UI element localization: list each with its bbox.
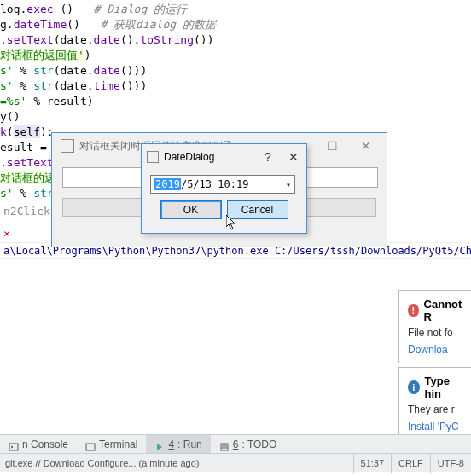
tab-terminal[interactable]: Terminal — [77, 435, 146, 454]
status-message: git.exe // Download Configure... (a minu… — [0, 458, 353, 468]
code-line: log.exec_() # Dialog 的运行 — [0, 2, 471, 17]
caret-position[interactable]: 51:37 — [353, 454, 392, 473]
line-separator[interactable]: CRLF — [391, 454, 430, 473]
close-button[interactable]: ✕ — [349, 136, 383, 156]
code-line: .setText(date.date().toString()) — [0, 32, 471, 48]
code-line: s' % str(date.date())) — [0, 63, 471, 78]
status-bar: git.exe // Download Configure... (a minu… — [0, 453, 471, 472]
tab-mnemonic: 4 — [168, 435, 174, 454]
notification-link[interactable]: Install 'PyC — [408, 421, 462, 432]
notification-subtitle: File not fo — [408, 327, 462, 339]
code-line: =%s' % result) — [0, 94, 471, 109]
help-button[interactable]: ? — [255, 150, 281, 164]
error-icon: ! — [408, 304, 419, 317]
code-line: y() — [0, 109, 471, 125]
tab-label: n Console — [22, 435, 68, 454]
datetime-edit[interactable]: 2019/5/13 10:19 ▾ — [150, 175, 295, 194]
notification-title-text: Cannot R — [424, 298, 462, 323]
maximize-button[interactable]: ☐ — [315, 136, 349, 156]
run-icon — [154, 439, 165, 450]
info-icon: i — [408, 380, 420, 394]
code-line: g.dateTime() # 获取dialog 的数据 — [0, 17, 471, 32]
tab-todo[interactable]: 6: TODO — [211, 435, 286, 454]
notification-error: ! Cannot R File not fo Downloa — [398, 290, 471, 363]
close-button[interactable]: ✕ — [281, 150, 306, 164]
notification-title-text: Type hin — [425, 374, 462, 400]
todo-icon — [219, 439, 230, 450]
notification-link[interactable]: Downloa — [408, 344, 462, 356]
tab-run[interactable]: 4: Run — [146, 435, 210, 454]
date-dialog-body: 2019/5/13 10:19 ▾ OK Cancel — [142, 170, 306, 224]
notification-title: ! Cannot R — [408, 298, 462, 323]
notification-info: i Type hin They are r Install 'PyC — [398, 367, 471, 440]
tab-mnemonic: 6 — [233, 435, 239, 454]
code-line: 对话框的返回值') — [0, 48, 471, 63]
datetime-selected-portion: 2019 — [154, 178, 181, 190]
ok-button[interactable]: OK — [160, 200, 222, 219]
tab-label: : TODO — [241, 435, 276, 454]
terminal-icon — [85, 439, 96, 450]
date-dialog-titlebar: DateDialog ? ✕ — [142, 144, 306, 170]
notification-title: i Type hin — [408, 374, 462, 400]
date-dialog: DateDialog ? ✕ 2019/5/13 10:19 ▾ OK Canc… — [141, 143, 307, 234]
date-dialog-title: DateDialog — [164, 151, 255, 163]
notification-subtitle: They are r — [408, 403, 462, 415]
file-encoding[interactable]: UTF-8 — [430, 454, 471, 473]
tab-label: : Run — [177, 435, 202, 454]
tab-label: Terminal — [99, 435, 137, 454]
chevron-down-icon[interactable]: ▾ — [286, 180, 291, 189]
date-dialog-buttons: OK Cancel — [150, 200, 298, 219]
window-icon — [147, 151, 159, 163]
cancel-button[interactable]: Cancel — [227, 200, 288, 219]
tab-python-console[interactable]: n Console — [0, 435, 77, 454]
console-icon — [9, 439, 19, 450]
datetime-rest: /5/13 10:19 — [181, 178, 248, 190]
code-line: s' % str(date.time())) — [0, 78, 471, 94]
window-icon — [61, 139, 74, 153]
bottom-tool-tabs: n Console Terminal 4: Run 6: TODO — [0, 434, 471, 453]
svg-rect-1 — [86, 444, 95, 450]
stop-icon[interactable]: × — [3, 227, 10, 240]
